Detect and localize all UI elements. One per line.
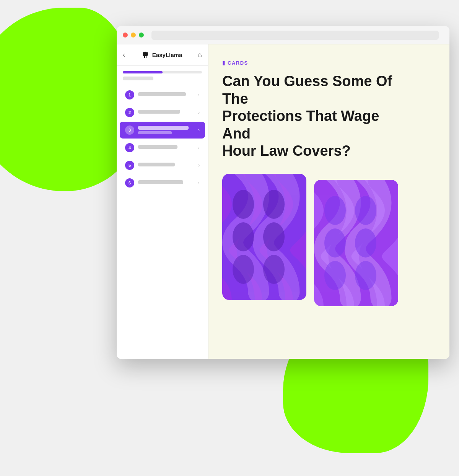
sidebar-item-2[interactable]: 2 ›: [120, 104, 205, 121]
svg-point-6: [263, 255, 285, 284]
chevron-3: ›: [198, 127, 200, 133]
svg-point-9: [324, 228, 346, 258]
title-bar: [117, 26, 449, 44]
card-1[interactable]: [222, 174, 306, 300]
sidebar: ‹ EasyLlama ⌂ 1: [117, 44, 208, 359]
svg-point-13: [355, 261, 376, 290]
svg-point-5: [263, 222, 285, 251]
svg-point-8: [324, 196, 346, 225]
item-number-2: 2: [125, 108, 134, 117]
item-text-4: [138, 145, 177, 149]
item-text-1: [138, 92, 186, 96]
browser-window: ‹ EasyLlama ⌂ 1: [117, 26, 449, 359]
home-button[interactable]: ⌂: [198, 51, 202, 59]
traffic-light-yellow[interactable]: [131, 33, 136, 37]
main-title: Can You Guess Some Of The Protections Th…: [222, 73, 406, 160]
item-number-5: 5: [125, 161, 134, 170]
address-bar[interactable]: [151, 31, 439, 40]
traffic-light-red[interactable]: [123, 33, 128, 37]
chevron-1: ›: [198, 92, 200, 98]
sidebar-item-3[interactable]: 3 ›: [120, 122, 205, 139]
section-label: ▮ CARDS: [222, 60, 436, 66]
chevron-6: ›: [198, 180, 200, 186]
item-text-group-2: [138, 110, 194, 115]
traffic-light-green[interactable]: [139, 33, 144, 37]
sidebar-item-5[interactable]: 5 ›: [120, 157, 205, 174]
sidebar-item-4[interactable]: 4 ›: [120, 139, 205, 156]
item-number-3: 3: [125, 126, 134, 135]
item-text-group-3: [138, 126, 194, 134]
sidebar-logo: EasyLlama: [141, 51, 182, 60]
title-line3: Hour Law Covers?: [222, 143, 351, 159]
back-button[interactable]: ‹: [123, 51, 125, 59]
item-text-group-6: [138, 180, 194, 186]
svg-point-12: [355, 228, 376, 258]
svg-point-10: [324, 261, 346, 290]
item-text-3: [138, 126, 189, 130]
title-line2: Protections That Wage And: [222, 108, 379, 142]
item-text-group-1: [138, 92, 194, 98]
sidebar-item-6[interactable]: 6 ›: [120, 174, 205, 191]
sidebar-header: ‹ EasyLlama ⌂: [117, 44, 208, 66]
item-number-6: 6: [125, 178, 134, 187]
llama-icon: [141, 51, 150, 60]
cards-container: [222, 174, 436, 306]
sidebar-item-1[interactable]: 1 ›: [120, 86, 205, 103]
item-text-5: [138, 163, 175, 166]
section-label-text: CARDS: [228, 60, 248, 66]
card-pattern-2: [314, 180, 398, 306]
item-number-4: 4: [125, 143, 134, 152]
main-content: ▮ CARDS Can You Guess Some Of The Protec…: [208, 44, 449, 359]
svg-point-1: [233, 190, 254, 219]
item-subtext-3: [138, 131, 172, 134]
card-pattern-1: [222, 174, 306, 300]
svg-point-3: [233, 255, 254, 284]
item-number-1: 1: [125, 90, 134, 99]
item-text-group-5: [138, 163, 194, 168]
item-text-2: [138, 110, 180, 114]
svg-point-4: [263, 190, 285, 219]
item-text-group-4: [138, 145, 194, 150]
svg-point-11: [355, 196, 376, 225]
chevron-4: ›: [198, 145, 200, 150]
chevron-2: ›: [198, 110, 200, 115]
item-text-6: [138, 180, 183, 184]
sidebar-progress-label: [123, 77, 153, 80]
logo-text: EasyLlama: [152, 52, 182, 58]
app-layout: ‹ EasyLlama ⌂ 1: [117, 44, 449, 359]
title-line1: Can You Guess Some Of The: [222, 73, 392, 107]
svg-point-2: [233, 222, 254, 251]
chevron-5: ›: [198, 163, 200, 168]
sidebar-progress-bar: [123, 71, 202, 73]
card-2[interactable]: [314, 180, 398, 306]
cards-icon: ▮: [222, 60, 225, 66]
